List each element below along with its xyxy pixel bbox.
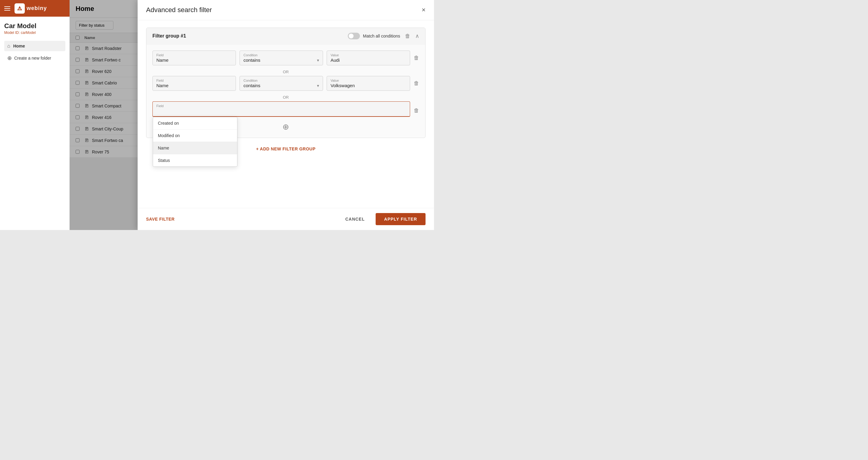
modal-title: Advanced search filter: [146, 6, 212, 14]
condition-value-1: contains: [244, 57, 260, 63]
field-dropdown: Created on Modified on Name Status: [153, 117, 238, 167]
modal-panel: Advanced search filter × Filter group #1…: [137, 0, 434, 230]
delete-row-2-button[interactable]: 🗑: [414, 80, 419, 87]
value-box-2: Value Volkswagen: [327, 76, 410, 91]
close-modal-button[interactable]: ×: [422, 7, 426, 13]
condition-box-2[interactable]: Condition contains ▾: [240, 76, 323, 91]
field-box-3-active[interactable]: Field Created on Modified on Name Status: [152, 102, 410, 117]
field-value-1: Name: [156, 57, 232, 63]
condition-label-1: Condition: [244, 53, 260, 57]
condition-box-1[interactable]: Condition contains ▾: [240, 51, 323, 65]
logo-icon: w: [14, 3, 25, 13]
save-filter-button[interactable]: SAVE FILTER: [146, 217, 175, 222]
dropdown-item-modified-on[interactable]: Modified on: [153, 130, 237, 142]
modal-body: Filter group #1 Match all conditions 🗑 ∧: [137, 20, 434, 208]
condition-inner-1: Condition contains: [244, 53, 260, 63]
logo: w webiny: [14, 3, 47, 13]
condition-inner-2: Condition contains: [244, 79, 260, 88]
field-label-3: Field: [156, 104, 406, 108]
apply-filter-button[interactable]: APPLY FILTER: [376, 213, 426, 225]
field-label-1: Field: [156, 53, 232, 57]
dropdown-item-name[interactable]: Name: [153, 142, 237, 154]
value-field-1: Audi: [331, 57, 406, 63]
match-toggle-area: Match all conditions: [348, 33, 400, 39]
filter-group-header: Filter group #1 Match all conditions 🗑 ∧: [146, 28, 425, 45]
chevron-down-icon: ▾: [317, 58, 319, 63]
home-icon: ⌂: [7, 43, 10, 49]
footer-right: CANCEL APPLY FILTER: [339, 213, 426, 225]
value-label-1: Value: [331, 53, 406, 57]
main-content: Home Filter by status Name 🖹 Smart Roads…: [69, 0, 434, 230]
field-label-2: Field: [156, 79, 232, 82]
filter-group-body: Field Name Condition contains ▾: [146, 45, 425, 138]
modal-header: Advanced search filter ×: [137, 0, 434, 20]
field-box-1: Field Name: [152, 51, 236, 65]
chevron-down-icon: ▾: [317, 83, 319, 88]
cancel-button[interactable]: CANCEL: [339, 214, 371, 225]
or-separator-1: OR: [152, 69, 419, 74]
match-all-toggle[interactable]: [348, 33, 360, 39]
field-box-2: Field Name: [152, 76, 236, 91]
filter-row-1: Field Name Condition contains ▾: [152, 51, 419, 65]
match-all-label: Match all conditions: [363, 34, 400, 38]
model-title: Car Model: [4, 22, 65, 30]
value-field-2: Volkswagen: [331, 83, 406, 88]
delete-row-3-button[interactable]: 🗑: [414, 108, 419, 114]
dropdown-item-created-on[interactable]: Created on: [153, 117, 237, 130]
filter-group: Filter group #1 Match all conditions 🗑 ∧: [146, 28, 426, 138]
top-bar: w webiny: [0, 0, 69, 17]
model-id: Model ID: carModel: [4, 31, 65, 35]
filter-row-3: Field Created on Modified on Name Status: [152, 102, 419, 117]
sidebar: w webiny Car Model Model ID: carModel ⌂ …: [0, 0, 69, 230]
svg-text:w: w: [18, 7, 21, 10]
filter-group-title: Filter group #1: [152, 33, 343, 39]
value-label-2: Value: [331, 79, 406, 82]
condition-value-2: contains: [244, 83, 260, 88]
collapse-group-button[interactable]: ∧: [415, 33, 419, 39]
filter-row-2: Field Name Condition contains ▾: [152, 76, 419, 91]
sidebar-body: Car Model Model ID: carModel ⌂ Home ⊕ Cr…: [0, 17, 69, 69]
modal-footer: SAVE FILTER CANCEL APPLY FILTER: [137, 208, 434, 230]
sidebar-item-home[interactable]: ⌂ Home: [4, 41, 65, 51]
toggle-knob: [349, 34, 353, 38]
dropdown-item-status[interactable]: Status: [153, 154, 237, 167]
create-folder-button[interactable]: ⊕ Create a new folder: [4, 52, 65, 64]
or-separator-2: OR: [152, 95, 419, 99]
sidebar-nav: ⌂ Home ⊕ Create a new folder: [4, 41, 65, 64]
modal-overlay: Advanced search filter × Filter group #1…: [69, 0, 434, 230]
delete-row-1-button[interactable]: 🗑: [414, 55, 419, 61]
logo-text: webiny: [27, 5, 47, 11]
plus-circle-icon: ⊕: [7, 55, 12, 61]
field-value-2: Name: [156, 83, 232, 88]
delete-group-button[interactable]: 🗑: [405, 33, 410, 39]
field-input-3[interactable]: [156, 108, 406, 114]
hamburger-menu[interactable]: [4, 6, 10, 10]
value-box-1: Value Audi: [327, 51, 410, 65]
condition-label-2: Condition: [244, 79, 260, 82]
